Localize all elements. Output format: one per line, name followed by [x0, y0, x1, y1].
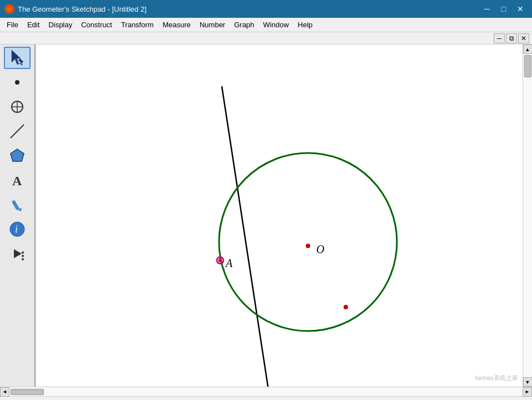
window-title: The Geometer's Sketchpad - [Untitled 2]	[18, 5, 147, 13]
center-point[interactable]	[306, 244, 310, 248]
app-icon	[4, 4, 14, 14]
svg-marker-0	[12, 50, 21, 65]
maximize-button[interactable]: □	[496, 3, 511, 15]
scroll-left-button[interactable]: ◄	[0, 387, 9, 397]
menu-file[interactable]: File	[2, 19, 23, 31]
svg-marker-15	[14, 249, 22, 258]
menu-bar: File Edit Display Construct Transform Me…	[0, 18, 532, 32]
mdi-restore[interactable]: ⧉	[506, 33, 517, 43]
label-A: A	[225, 257, 233, 269]
title-left: The Geometer's Sketchpad - [Untitled 2]	[4, 4, 147, 14]
point-B[interactable]	[344, 305, 348, 309]
svg-marker-9	[11, 149, 24, 161]
scroll-track-right[interactable]	[523, 54, 532, 377]
mdi-controls: ─ ⧉ ✕	[0, 32, 532, 45]
svg-point-16	[22, 255, 24, 257]
scroll-thumb-right[interactable]	[524, 55, 531, 77]
menu-measure[interactable]: Measure	[158, 19, 195, 31]
scrollbar-bottom[interactable]: ◄ ►	[0, 387, 532, 396]
main-area: A i	[0, 45, 532, 387]
svg-point-17	[22, 258, 24, 260]
minimize-button[interactable]: ─	[480, 3, 494, 15]
svg-line-7	[11, 125, 24, 138]
tangent-line	[222, 86, 274, 387]
toolbar: A i	[0, 45, 36, 387]
compass-tool[interactable]	[4, 96, 31, 118]
title-bar: The Geometer's Sketchpad - [Untitled 2] …	[0, 0, 532, 18]
label-O: O	[316, 243, 324, 255]
menu-help[interactable]: Help	[294, 19, 317, 31]
mdi-minimize[interactable]: ─	[494, 33, 505, 43]
arrow-tool[interactable]	[4, 47, 31, 69]
svg-text:i: i	[15, 224, 18, 235]
text-tool[interactable]: A	[4, 169, 31, 191]
point-A[interactable]	[218, 259, 222, 263]
scroll-thumb-bottom[interactable]	[11, 389, 44, 395]
svg-text:A: A	[12, 174, 22, 188]
menu-graph[interactable]: Graph	[230, 19, 258, 31]
menu-construct[interactable]: Construct	[77, 19, 117, 31]
mdi-close[interactable]: ✕	[518, 33, 529, 43]
scroll-down-button[interactable]: ▼	[523, 377, 533, 387]
scroll-right-button[interactable]: ►	[523, 387, 532, 397]
point-tool[interactable]	[4, 71, 31, 93]
line-tool[interactable]	[4, 120, 31, 142]
menu-number[interactable]: Number	[195, 19, 230, 31]
svg-point-3	[15, 80, 19, 85]
scroll-up-button[interactable]: ▲	[523, 45, 533, 54]
status-bar: Click to begin scrolling the window	[0, 396, 532, 400]
polygon-tool[interactable]	[4, 145, 31, 167]
scroll-track-bottom[interactable]	[9, 387, 523, 396]
menu-transform[interactable]: Transform	[117, 19, 158, 31]
menu-window[interactable]: Window	[258, 19, 293, 31]
canvas-area[interactable]: O A fanhao系统之家	[36, 45, 523, 387]
marker-tool[interactable]	[4, 194, 31, 216]
title-controls[interactable]: ─ □ ✕	[480, 3, 528, 15]
animation-tool[interactable]	[4, 243, 31, 265]
svg-point-18	[22, 251, 24, 254]
sketch-svg: O A	[36, 45, 523, 387]
svg-rect-11	[12, 200, 19, 210]
info-tool[interactable]: i	[4, 218, 31, 240]
close-button[interactable]: ✕	[513, 3, 528, 15]
menu-edit[interactable]: Edit	[23, 19, 44, 31]
menu-display[interactable]: Display	[44, 19, 77, 31]
scrollbar-right[interactable]: ▲ ▼	[523, 45, 532, 387]
